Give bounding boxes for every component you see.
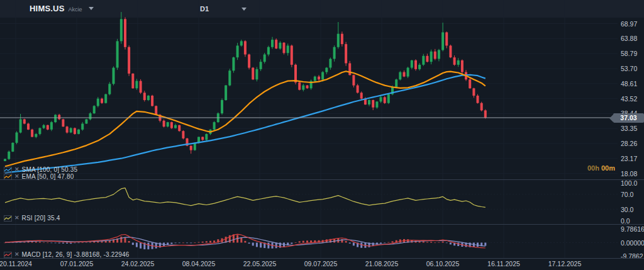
indicator-close-icon[interactable]: ✕ (14, 174, 19, 179)
indicator-row-sma: ✕ SMA [100, 0] 50.35 (4, 166, 77, 173)
rsi-line (5, 188, 486, 208)
timeframe-selector[interactable]: D1 (200, 5, 247, 13)
indicator-row-ema: ✕ EMA [50, 0] 47.80 (4, 173, 74, 180)
indicator-label-rsi: RSI [20] 35.4 (22, 215, 60, 222)
indicator-close-icon[interactable]: ✕ (14, 167, 19, 172)
indicator-chart-icon[interactable] (4, 215, 12, 222)
chevron-down-icon (242, 8, 247, 11)
trading-chart-window: HIMS.US Akcie D1 ✕ SMA [100, 0] 50.35 ✕ … (0, 0, 644, 270)
indicator-label-macd: MACD [12, 26, 9] -3.88168, -3.22946 (22, 251, 130, 258)
symbol-selector[interactable]: HIMS.US Akcie (30, 4, 94, 13)
timeframe-label: D1 (200, 5, 209, 13)
countdown-timer: 00h 00m (566, 164, 615, 172)
symbol-label: HIMS.US (30, 4, 65, 13)
countdown-minutes: 00m (601, 164, 615, 172)
indicator-label-ema: EMA [50, 0] 47.80 (22, 173, 74, 180)
instrument-type-label: Akcie (69, 6, 82, 13)
indicator-chart-icon[interactable] (4, 174, 12, 180)
indicator-row-macd: ✕ MACD [12, 26, 9] -3.88168, -3.22946 (4, 251, 130, 258)
indicator-chart-icon[interactable] (4, 167, 12, 173)
indicator-chart-icon[interactable] (4, 252, 12, 258)
sma-line (5, 75, 486, 173)
chevron-down-icon (89, 7, 94, 10)
indicator-row-rsi: ✕ RSI [20] 35.4 (4, 215, 60, 222)
countdown-hours: 00h (587, 164, 599, 172)
current-price-tag: 37.03 (613, 113, 644, 123)
indicator-close-icon[interactable]: ✕ (14, 215, 19, 221)
ema-line (5, 71, 486, 166)
indicator-label-sma: SMA [100, 0] 50.35 (22, 166, 78, 173)
indicator-close-icon[interactable]: ✕ (14, 252, 19, 257)
chart-canvas[interactable] (0, 0, 644, 270)
